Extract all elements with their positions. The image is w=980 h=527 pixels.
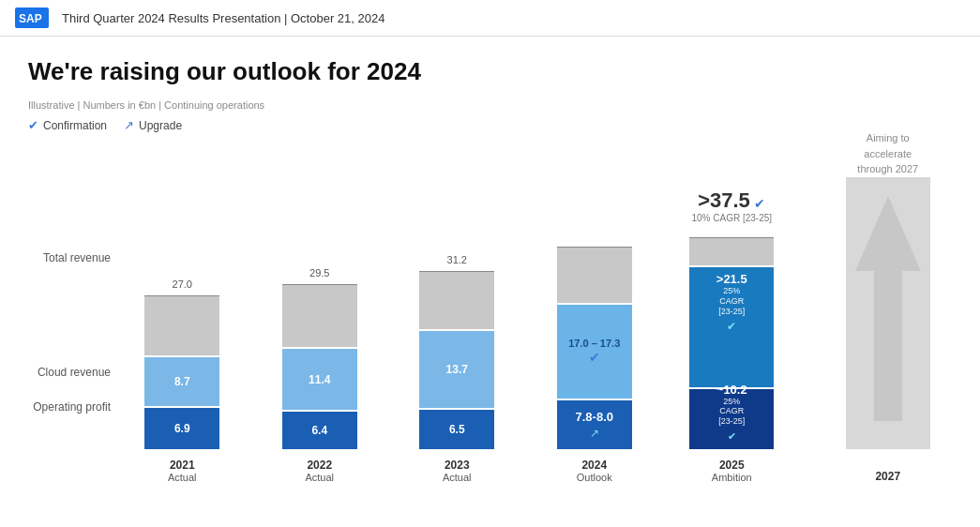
- bar-2027-seg: [846, 177, 930, 449]
- bar-2024-op-arrow: ↗: [590, 427, 599, 440]
- bar-2025-cagr-label: 10% CAGR [23-25]: [691, 213, 772, 223]
- chart-area: Total revenue Cloud revenue Operating pr…: [28, 147, 952, 485]
- bar-2025-cloud-value: >21.5: [711, 273, 753, 287]
- bar-2021-cloud-value: 8.7: [174, 375, 190, 388]
- bar-2022-op-seg: 6.4: [282, 412, 357, 449]
- bar-2021-op-value: 6.9: [174, 422, 190, 435]
- bar-2024-op-seg: 7.8-8.0 ↗: [557, 400, 632, 449]
- bar-2025: >37.5 ✔ 10% CAGR [23-25] >21.5 25% CAGR[…: [668, 237, 796, 449]
- bar-2025-label: 2025 Ambition: [712, 459, 752, 483]
- bar-2021: 27.0 8.7 6.9 2: [118, 295, 247, 449]
- bar-2021-label: 2021 Actual: [168, 459, 197, 483]
- bars-container: 27.0 8.7 6.9 2: [118, 177, 952, 485]
- bar-2024-total-seg: [557, 247, 632, 303]
- legend-confirmation: ✔ Confirmation: [28, 118, 107, 132]
- bar-2025-cloud-cagr: 25% CAGR[23-25]: [711, 287, 753, 317]
- bar-2021-total-seg: [144, 295, 219, 355]
- bar-2022-total-value: 29.5: [309, 267, 329, 279]
- bar-2023-label: 2023 Actual: [443, 459, 472, 483]
- bar-2024-label: 2024 Outlook: [577, 459, 612, 483]
- bar-2021-total-value: 27.0: [173, 279, 192, 290]
- y-axis-labels: Total revenue Cloud revenue Operating pr…: [28, 251, 111, 485]
- bar-2023: 31.2 13.7 6.5 2023 Actual: [393, 271, 521, 449]
- page-title: We're raising our outlook for 2024: [28, 57, 952, 86]
- bar-2023-total-seg: [419, 271, 494, 329]
- legend: ✔ Confirmation ↗ Upgrade: [28, 118, 952, 132]
- bar-2024: 17.0 – 17.3 ✔ 7.8-8.0 ↗ 2024: [531, 247, 659, 449]
- confirmation-icon: ✔: [28, 118, 38, 132]
- bar-2025-cloud-check: ✔: [727, 320, 736, 333]
- bar-2025-confirm-icon: ✔: [754, 196, 765, 211]
- bar-2023-op-value: 6.5: [449, 423, 465, 436]
- arrow-up-icon: [855, 196, 921, 421]
- sap-logo: SAP: [15, 8, 49, 28]
- header-title: Third Quarter 2024 Results Presentation …: [62, 11, 384, 25]
- bar-2024-op-value: 7.8-8.0: [576, 410, 613, 424]
- bar-2024-cloud-check: ✔: [589, 350, 600, 365]
- bar-2021-cloud-seg: 8.7: [144, 357, 219, 406]
- bar-2023-total-value: 31.2: [447, 254, 467, 265]
- bar-2025-op-seg: ~10.2 25% CAGR[23-25] ✔: [689, 389, 774, 449]
- bar-2023-cloud-seg: 13.7: [419, 331, 494, 408]
- bar-2027-container: [846, 177, 930, 449]
- aiming-label: Aiming toacceleratethrough 2027: [846, 130, 930, 177]
- bar-2023-op-seg: 6.5: [419, 410, 494, 449]
- header: SAP Third Quarter 2024 Results Presentat…: [0, 0, 980, 37]
- bar-2025-cloud-seg: >21.5 25% CAGR[23-25] ✔: [689, 267, 774, 387]
- bar-2021-op-seg: 6.9: [144, 408, 219, 449]
- legend-upgrade: ↗ Upgrade: [124, 118, 182, 132]
- bar-2022: 29.5 11.4 6.4 2022 Actual: [256, 284, 384, 449]
- svg-text:SAP: SAP: [19, 12, 42, 25]
- main-content: We're raising our outlook for 2024 Illus…: [0, 37, 980, 494]
- bar-2022-cloud-value: 11.4: [309, 373, 330, 386]
- y-label-cloud-revenue: Cloud revenue: [28, 366, 111, 379]
- y-label-operating-profit: Operating profit: [28, 400, 111, 414]
- bar-2025-stack: >21.5 25% CAGR[23-25] ✔ ~10.2 25% CAGR[2…: [689, 237, 774, 449]
- upgrade-icon: ↗: [124, 118, 134, 132]
- bar-2024-cloud-seg: 17.0 – 17.3 ✔: [557, 305, 632, 399]
- bar-2025-total-seg: [689, 237, 774, 265]
- bar-2023-cloud-value: 13.7: [446, 363, 468, 376]
- chart-subtitle: Illustrative | Numbers in €bn | Continui…: [28, 99, 952, 111]
- bar-2022-stack: 29.5 11.4 6.4: [282, 284, 357, 449]
- bar-2025-op-check: ✔: [728, 430, 736, 442]
- bar-2021-stack: 27.0 8.7 6.9: [144, 295, 219, 449]
- bar-2022-label: 2022 Actual: [305, 459, 334, 483]
- bar-2024-stack: 17.0 – 17.3 ✔ 7.8-8.0 ↗: [557, 247, 632, 449]
- svg-marker-2: [855, 196, 921, 421]
- legend-upgrade-label: Upgrade: [139, 119, 182, 132]
- bar-2027: Aiming toacceleratethrough 2027 2027: [824, 177, 953, 449]
- bar-2022-op-value: 6.4: [311, 424, 327, 437]
- bar-2022-cloud-seg: 11.4: [282, 349, 357, 410]
- bar-2022-total-seg: [282, 284, 357, 347]
- bar-2023-stack: 31.2 13.7 6.5: [419, 271, 494, 449]
- bar-2025-op-cagr: 25% CAGR[23-25]: [711, 397, 753, 427]
- bar-2024-cloud-value: 17.0 – 17.3: [568, 338, 620, 349]
- y-label-total-revenue: Total revenue: [28, 251, 111, 264]
- bar-2025-top-label: >37.5 ✔ 10% CAGR [23-25]: [691, 188, 772, 223]
- bar-2027-label: 2027: [875, 470, 900, 483]
- legend-confirmation-label: Confirmation: [43, 119, 107, 132]
- bar-2025-op-value: ~10.2: [711, 383, 753, 397]
- bar-2025-top-value: >37.5: [698, 188, 750, 212]
